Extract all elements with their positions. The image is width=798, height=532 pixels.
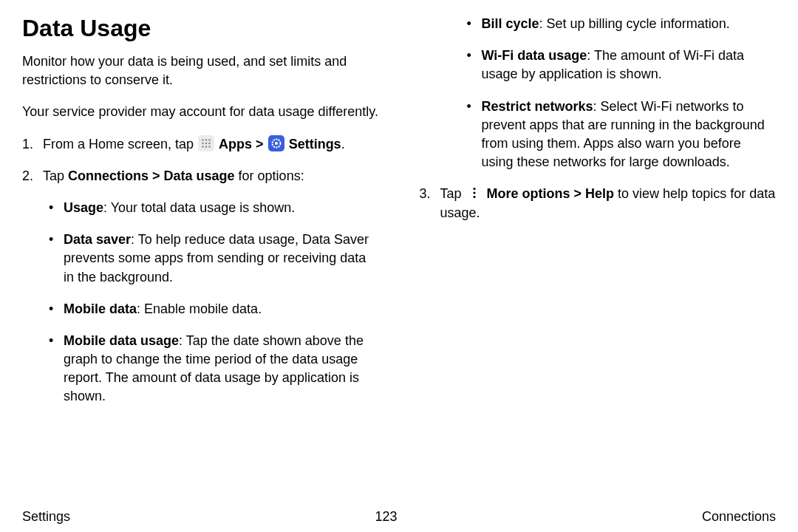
svg-point-0	[202, 139, 204, 141]
bullet-label: Mobile data	[64, 301, 137, 316]
bullet-text: : Set up billing cycle information.	[539, 16, 730, 31]
step-1-sep: >	[252, 137, 267, 151]
right-column: Bill cycle: Set up billing cycle informa…	[420, 15, 777, 502]
svg-point-12	[473, 192, 475, 194]
steps-list-right: 3. Tap More options > Help to view help …	[420, 185, 777, 222]
bullet-text: : Your total data usage is shown.	[103, 200, 295, 215]
step-1-suffix: .	[341, 137, 345, 151]
svg-point-13	[473, 196, 475, 198]
step-1: 1. From a Home screen, tap	[22, 135, 379, 154]
svg-point-2	[208, 139, 211, 141]
footer-left: Settings	[22, 509, 70, 525]
more-options-label: More options	[487, 186, 570, 201]
bullet-label: Data saver	[64, 232, 131, 247]
svg-point-6	[202, 146, 204, 148]
step-2: 2. Tap Connections > Data usage for opti…	[22, 167, 379, 406]
footer-page-number: 123	[375, 509, 397, 525]
bullet-list-left: Usage: Your total data usage is shown. D…	[43, 199, 379, 406]
step-1-prefix: From a Home screen, tap	[43, 137, 197, 151]
footer-right: Connections	[702, 509, 776, 525]
bullet-text: : Enable mobile data.	[137, 301, 262, 316]
intro-paragraph-2: Your service provider may account for da…	[22, 103, 379, 121]
step-2-prefix: Tap	[43, 168, 68, 183]
bullet-usage: Usage: Your total data usage is shown.	[43, 199, 379, 217]
svg-point-10	[275, 142, 278, 145]
svg-point-1	[205, 139, 208, 141]
apps-label: Apps	[219, 137, 252, 151]
steps-list: 1. From a Home screen, tap	[22, 135, 379, 406]
bullet-wifi: Wi-Fi data usage: The amount of Wi-Fi da…	[461, 47, 777, 83]
svg-point-3	[202, 142, 204, 144]
help-label: Help	[585, 186, 614, 201]
step-2-suffix: for options:	[235, 168, 304, 183]
left-column: Data Usage Monitor how your data is bein…	[22, 15, 379, 502]
bullet-label: Wi-Fi data usage	[482, 48, 587, 63]
page-title: Data Usage	[22, 15, 379, 42]
step-3-sep: >	[570, 186, 586, 201]
settings-label: Settings	[289, 137, 341, 151]
more-options-icon	[466, 185, 482, 201]
step-3-prefix: Tap	[440, 186, 466, 201]
bullet-mobiledata: Mobile data: Enable mobile data.	[43, 300, 379, 318]
bullet-label: Usage	[64, 200, 103, 215]
svg-point-8	[208, 146, 211, 148]
bullet-label: Mobile data usage	[64, 333, 179, 348]
step-number: 2.	[22, 167, 33, 185]
bullet-restrict: Restrict networks: Select Wi-Fi networks…	[461, 98, 777, 172]
step-number: 1.	[22, 135, 33, 154]
page-footer: Settings 123 Connections	[22, 502, 776, 525]
svg-point-5	[208, 142, 211, 144]
bullet-mobileusage: Mobile data usage: Tap the date shown ab…	[43, 332, 379, 406]
settings-icon	[268, 135, 284, 151]
bullet-label: Bill cycle	[482, 16, 539, 31]
intro-paragraph-1: Monitor how your data is being used, and…	[22, 52, 379, 89]
svg-point-4	[205, 142, 208, 144]
svg-point-11	[473, 188, 475, 190]
bullet-datasaver: Data saver: To help reduce data usage, D…	[43, 231, 379, 287]
step-2-strong: Connections > Data usage	[68, 168, 235, 183]
svg-point-7	[205, 146, 208, 148]
step-3: 3. Tap More options > Help to view help …	[420, 185, 777, 222]
bullet-label: Restrict networks	[482, 99, 593, 114]
bullet-list-right: Bill cycle: Set up billing cycle informa…	[461, 15, 777, 171]
step-number: 3.	[420, 185, 431, 203]
bullet-billcycle: Bill cycle: Set up billing cycle informa…	[461, 15, 777, 33]
apps-icon	[198, 135, 214, 151]
